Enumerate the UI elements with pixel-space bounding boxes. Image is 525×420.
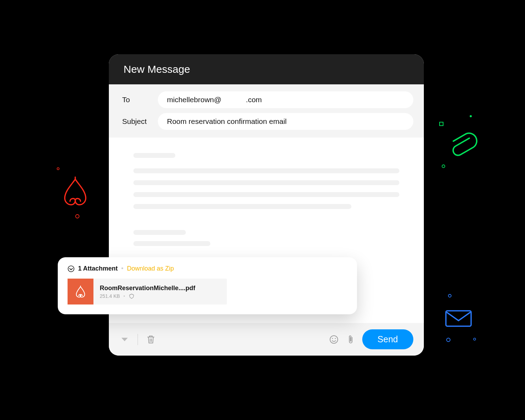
trash-icon [147, 335, 155, 344]
placeholder-line [133, 192, 399, 197]
svg-point-8 [442, 165, 445, 168]
compose-title: New Message [109, 54, 424, 84]
tag-icon [129, 293, 134, 299]
more-options-button[interactable] [119, 334, 130, 345]
svg-point-1 [332, 338, 333, 339]
attachment-size: 251.4 KB [100, 293, 120, 299]
pdf-icon [74, 285, 88, 299]
toolbar-left [119, 334, 156, 345]
placeholder-line [133, 168, 399, 173]
svg-point-2 [335, 338, 336, 339]
decorative-envelope-icon [444, 308, 472, 329]
decorative-dot [448, 294, 451, 298]
paperclip-icon [348, 335, 354, 344]
svg-point-7 [470, 115, 472, 117]
svg-point-5 [76, 215, 79, 218]
decorative-pdf-icon [59, 175, 91, 214]
subject-row: Subject [119, 113, 413, 130]
decorative-square [439, 122, 443, 126]
attachment-filename: RoomReservationMichelle....pdf [100, 285, 220, 292]
placeholder-line [133, 153, 175, 158]
decorative-dot [57, 167, 59, 170]
to-row: To [119, 91, 413, 108]
decorative-dot [75, 214, 79, 218]
svg-rect-9 [446, 311, 471, 326]
attach-button[interactable] [345, 334, 356, 345]
fields-area: To Subject [109, 84, 424, 138]
to-label: To [119, 96, 158, 104]
subject-label: Subject [119, 117, 158, 126]
decorative-paperclip-icon [446, 130, 478, 161]
to-input[interactable] [158, 91, 413, 108]
emoji-button[interactable] [329, 334, 339, 345]
attachment-thumbnail [68, 279, 93, 304]
subject-input[interactable] [158, 113, 413, 130]
separator-dot: • [124, 293, 125, 299]
separator-dot: • [121, 265, 123, 272]
svg-rect-6 [440, 122, 443, 126]
placeholder-line [133, 204, 351, 209]
attachment-header: 1 Attachment • Download as Zip [68, 265, 347, 272]
svg-point-3 [68, 266, 74, 272]
placeholder-line [133, 241, 210, 246]
chevron-down-circle-icon [68, 265, 75, 272]
decorative-dot [473, 338, 476, 341]
download-zip-link[interactable]: Download as Zip [127, 265, 174, 272]
compose-toolbar: Send [109, 323, 424, 356]
delete-draft-button[interactable] [146, 334, 156, 345]
attachment-info: RoomReservationMichelle....pdf 251.4 KB … [93, 280, 227, 303]
attachment-item[interactable]: RoomReservationMichelle....pdf 251.4 KB … [68, 279, 227, 304]
placeholder-line [133, 230, 186, 235]
attachment-panel: 1 Attachment • Download as Zip RoomReser… [58, 257, 357, 314]
svg-point-10 [448, 294, 451, 297]
decorative-dot [469, 114, 472, 118]
attachment-meta: 251.4 KB • [100, 293, 220, 299]
toolbar-divider [138, 334, 138, 345]
send-button[interactable]: Send [362, 329, 413, 349]
placeholder-line [133, 180, 399, 185]
svg-point-0 [330, 336, 338, 343]
decorative-dot [446, 338, 450, 342]
svg-point-12 [474, 338, 476, 340]
decorative-dot [442, 164, 445, 168]
attachment-count: 1 Attachment [78, 265, 118, 272]
svg-point-11 [447, 338, 450, 342]
chevron-down-icon [121, 338, 128, 341]
emoji-icon [329, 335, 338, 344]
svg-point-4 [57, 168, 59, 170]
